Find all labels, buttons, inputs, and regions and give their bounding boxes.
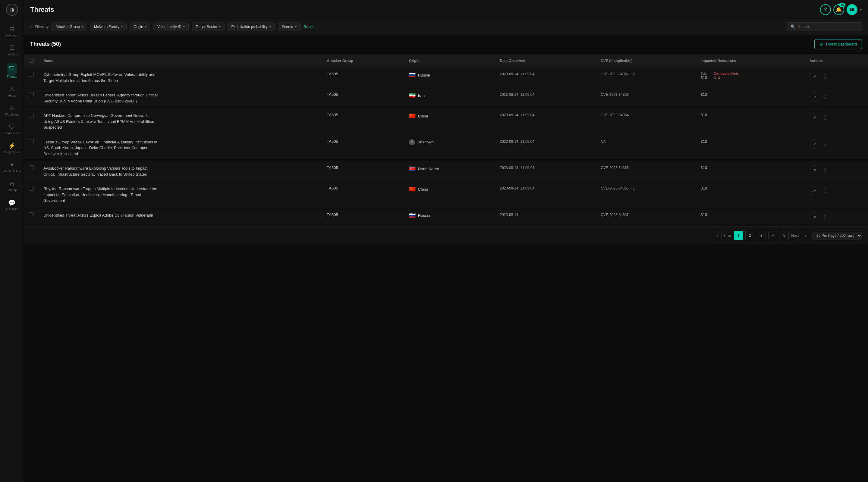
page-btn-2[interactable]: 2 xyxy=(745,231,754,240)
header-checkbox-cell xyxy=(24,54,38,67)
sidebar-item-workflows[interactable]: ⊹ Workflows xyxy=(0,101,24,120)
more-options-button[interactable]: ⋮ xyxy=(822,73,828,80)
filter-label: ⧖ Filter by xyxy=(30,24,49,29)
filter-exploitation-probability[interactable]: Exploitation probability ▾ xyxy=(227,23,275,31)
notifications-badge: 15 xyxy=(839,3,845,7)
date-observed: 2023-09-14; 11:09:04 xyxy=(500,166,534,170)
origin-name: North Korea xyxy=(418,167,439,171)
reset-filters-button[interactable]: Reset xyxy=(304,24,314,29)
sidebar-item-dashboard[interactable]: ⊞ Dashboard xyxy=(0,22,24,41)
table-row: AvosLocker Ransomware Exploiting Various… xyxy=(24,161,868,182)
ai-copilot-icon: 💬 xyxy=(8,199,16,206)
content-area: Threats (50) ⊞ Threat Dashboard Name Att… xyxy=(24,34,868,482)
pagination-prev[interactable]: ‹ xyxy=(713,231,722,240)
row-checkbox-3[interactable] xyxy=(29,139,34,144)
date-observed: 2023-09-14; 11:09:04 xyxy=(500,186,534,190)
sidebar-item-threats[interactable]: 🛡 Threats xyxy=(0,60,24,82)
per-page-select[interactable]: 20 Per Page / 200 rows xyxy=(812,232,862,239)
origin-name: Russia xyxy=(418,213,430,218)
origin-flag: 🇨🇳 xyxy=(409,186,415,193)
dashboard-grid-icon: ⊞ xyxy=(819,42,823,46)
attacker-group-value: TA505 xyxy=(327,165,338,170)
alert-badge: ⚠ 2 xyxy=(714,75,739,79)
share-button[interactable]: ↗ xyxy=(809,92,819,102)
actions-cell: ↗ ⋮ xyxy=(809,139,863,149)
main-content: Threats ? 🔔 15 SB ▾ ⧖ Filter by Attacker… xyxy=(24,0,868,482)
filter-vulnerability-id[interactable]: Vulnerability ID ▾ xyxy=(153,23,189,31)
page-btn-3[interactable]: 3 xyxy=(757,231,766,240)
share-button[interactable]: ↗ xyxy=(809,72,819,81)
table-row: Cybercriminal Group Exploit MOVEit Softw… xyxy=(24,67,868,88)
topbar-actions: ? 🔔 15 SB ▾ xyxy=(820,4,862,15)
table-row: Rhysida Ransomware Targets Multiple Indu… xyxy=(24,182,868,208)
composite-alerts-label: Composite Alerts xyxy=(714,72,739,75)
sidebar-item-integrations[interactable]: ⚡ Integrations xyxy=(0,138,24,158)
filter-target-sector[interactable]: Target Sector ▾ xyxy=(192,23,224,31)
threat-name: Unidentified Threat Actors Breach Federa… xyxy=(43,92,158,104)
impacted-number: 310 xyxy=(701,213,707,217)
share-icon: ↗ xyxy=(812,168,816,172)
search-wrapper: 🔍 xyxy=(786,22,862,31)
user-dropdown-arrow[interactable]: ▾ xyxy=(860,7,862,12)
col-actions: Actions xyxy=(805,54,868,67)
attacker-group-value: TA505 xyxy=(327,186,338,190)
pagination-next[interactable]: › xyxy=(801,231,810,240)
filter-malware-family[interactable]: Malware Family ▾ xyxy=(90,23,127,31)
row-checkbox-1[interactable] xyxy=(29,92,34,97)
date-observed: 2023-09-14; 11:09:04 xyxy=(500,72,534,76)
chevron-down-icon: ▾ xyxy=(183,25,185,28)
search-icon: 🔍 xyxy=(790,24,795,29)
more-options-button[interactable]: ⋮ xyxy=(822,214,828,221)
actions-cell: ↗ ⋮ xyxy=(809,213,863,222)
cve-value: NA xyxy=(601,139,606,144)
actions-cell: ↗ ⋮ xyxy=(809,186,863,195)
filter-origin[interactable]: Origin ▾ xyxy=(130,23,150,31)
settings-icon: ⚙ xyxy=(9,180,15,187)
threat-name: Lazarus Group Wreak Havoc on Financial &… xyxy=(43,139,158,157)
row-checkbox-5[interactable] xyxy=(29,186,34,191)
user-avatar[interactable]: SB xyxy=(846,4,858,15)
sidebar-item-ai-copilot[interactable]: 💬 AI Copilot xyxy=(0,195,24,215)
more-options-button[interactable]: ⋮ xyxy=(822,187,828,194)
table-row: Unidentified Threat Actors Exploit Adobe… xyxy=(24,208,868,226)
help-button[interactable]: ? xyxy=(820,4,831,15)
sidebar-item-alerts[interactable]: ⚠ Alerts xyxy=(0,82,24,101)
sidebar-item-remediation[interactable]: 🛡 Remediation xyxy=(0,120,24,138)
page-btn-4[interactable]: 4 xyxy=(768,231,777,240)
page-title: Threats xyxy=(30,6,54,13)
sidebar-item-graph-builder[interactable]: ✦ Graph Builder xyxy=(0,158,24,176)
share-icon: ↗ xyxy=(812,95,816,99)
search-input[interactable] xyxy=(798,24,858,29)
filter-source[interactable]: Source ▾ xyxy=(278,23,301,31)
more-options-button[interactable]: ⋮ xyxy=(822,141,828,147)
row-checkbox-2[interactable] xyxy=(29,113,34,118)
page-btn-1[interactable]: 1 xyxy=(734,231,743,240)
share-button[interactable]: ↗ xyxy=(809,165,819,175)
row-checkbox-6[interactable] xyxy=(29,213,34,217)
row-checkbox-0[interactable] xyxy=(29,72,34,76)
sidebar-item-settings[interactable]: ⚙ Settings xyxy=(0,176,24,195)
threats-icon: 🛡 xyxy=(9,65,15,72)
sidebar-item-inventory[interactable]: ☰ Inventory xyxy=(0,41,24,60)
select-all-checkbox[interactable] xyxy=(29,58,34,63)
next-label: Next xyxy=(791,233,799,238)
graph-builder-icon: ✦ xyxy=(9,161,14,168)
row-checkbox-4[interactable] xyxy=(29,165,34,170)
share-button[interactable]: ↗ xyxy=(809,139,819,149)
share-button[interactable]: ↗ xyxy=(809,186,819,195)
more-options-button[interactable]: ⋮ xyxy=(822,167,828,173)
page-btn-5[interactable]: 5 xyxy=(780,231,789,240)
chevron-right-icon: › xyxy=(805,233,806,238)
table-body: Cybercriminal Group Exploit MOVEit Softw… xyxy=(24,67,868,227)
threat-dashboard-button[interactable]: ⊞ Threat Dashboard xyxy=(814,39,862,49)
more-options-button[interactable]: ⋮ xyxy=(822,94,828,100)
share-button[interactable]: ↗ xyxy=(809,213,819,222)
more-options-button[interactable]: ⋮ xyxy=(822,114,828,121)
filter-attacker-group[interactable]: Attacker Group ▾ xyxy=(52,23,87,31)
sidebar-item-label: Graph Builder xyxy=(3,170,22,173)
actions-cell: ↗ ⋮ xyxy=(809,165,863,175)
attacker-group-value: TA505 xyxy=(327,213,338,217)
origin-flag: 🇮🇷 xyxy=(409,92,415,99)
share-button[interactable]: ↗ xyxy=(809,113,819,122)
origin-flag: 🇷🇺 xyxy=(409,72,415,78)
